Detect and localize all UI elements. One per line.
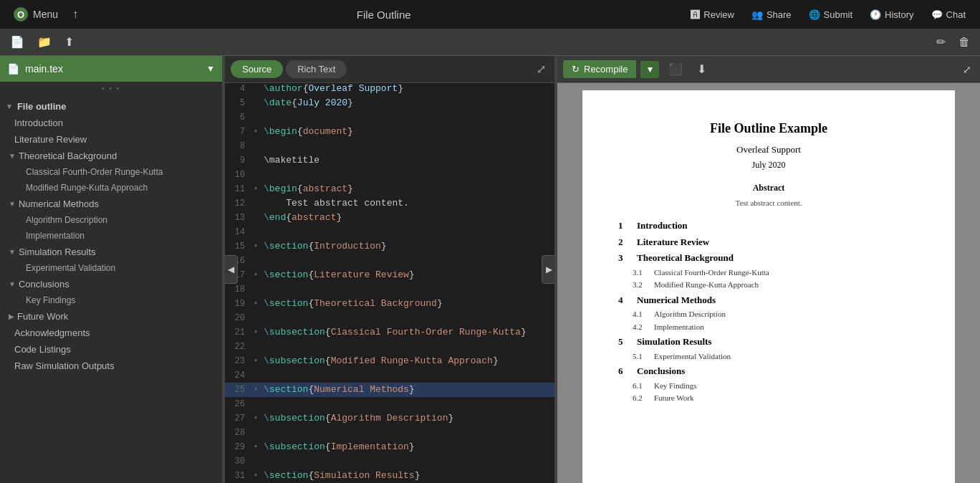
code-content: \section{Literature Review}: [261, 268, 554, 282]
recompile-button[interactable]: ↻ Recompile: [563, 60, 636, 78]
outline-section-simulation[interactable]: ▼ Simulation Results: [0, 244, 222, 260]
fold-arrow-icon[interactable]: ▾: [251, 239, 261, 254]
fold-arrow-icon[interactable]: ▾: [251, 383, 261, 397]
upload-nav-button[interactable]: ↑: [67, 5, 84, 24]
preview-content[interactable]: File Outline Example Overleaf Support Ju…: [557, 83, 980, 483]
new-folder-button[interactable]: 📁: [33, 32, 56, 52]
toc-section-label: Theoretical Background: [637, 251, 734, 265]
editor-collapse-right-button[interactable]: ▶: [542, 255, 554, 284]
fold-arrow-icon[interactable]: ▾: [251, 469, 261, 483]
line-number: 9: [225, 153, 251, 168]
fold-arrow-icon[interactable]: ▾: [251, 325, 261, 340]
fold-arrow-icon[interactable]: ▾: [251, 411, 261, 426]
outline-item-label: Code Listings: [14, 344, 71, 355]
code-content: \subsection{Modified Runge-Kutta Approac…: [261, 354, 554, 368]
paper-abstract-title: Abstract: [618, 181, 919, 194]
fold-arrow-icon[interactable]: ▾: [251, 182, 261, 196]
toc-main-entry: 3Theoretical Background: [618, 251, 919, 265]
outline-item-key-findings[interactable]: Key Findings: [0, 292, 222, 308]
fold-arrow-icon[interactable]: ▾: [251, 440, 261, 454]
line-number: 27: [225, 411, 251, 426]
toc-sub-number: 4.1: [633, 308, 650, 320]
editor-collapse-left-button[interactable]: ◀: [225, 255, 238, 284]
download-pdf-button[interactable]: ⬛: [663, 59, 688, 79]
share-button[interactable]: 👥 Share: [744, 6, 799, 24]
outline-section-future[interactable]: ▶ Future Work: [0, 308, 222, 325]
code-line: 20: [225, 311, 554, 325]
outline-item-experimental[interactable]: Experimental Validation: [0, 260, 222, 276]
toc-main-entry: 1Introduction: [618, 219, 919, 233]
fold-arrow-icon: [251, 311, 261, 325]
line-number: 15: [225, 239, 251, 254]
toc-sub-label: Key Findings: [654, 380, 697, 392]
code-content: \begin{document}: [261, 125, 554, 139]
code-line: 29▾\subsection{Implementation}: [225, 440, 554, 454]
paper-abstract-text: Test abstract content.: [618, 197, 919, 209]
outline-item-algorithm[interactable]: Algorithm Description: [0, 212, 222, 228]
line-number: 13: [225, 211, 251, 225]
fold-arrow-icon[interactable]: ▾: [251, 354, 261, 368]
outline-item-classical[interactable]: Classical Fourth-Order Runge-Kutta: [0, 164, 222, 180]
submit-button[interactable]: 🌐 Submit: [802, 6, 860, 24]
tab-source[interactable]: Source: [231, 60, 283, 78]
review-button[interactable]: 🅰 Review: [683, 6, 741, 24]
tab-richtext[interactable]: Rich Text: [286, 60, 347, 78]
outline-header-label: File outline: [17, 101, 67, 112]
fold-arrow-icon: [251, 426, 261, 440]
toc-sub-entry: 3.1Classical Fourth-Order Runge-Kutta: [633, 267, 919, 279]
outline-item-acknowledgments[interactable]: Acknowledgments: [0, 325, 222, 341]
editor-panel: Source Rich Text ⤢ ▶ ◀ 1\documentclass{a…: [225, 56, 554, 483]
history-button[interactable]: 🕐 History: [863, 6, 921, 24]
paper-toc: 1Introduction2Literature Review3Theoreti…: [618, 219, 919, 404]
upload-file-button[interactable]: ⬆: [60, 32, 78, 52]
edit-button[interactable]: ✏: [932, 32, 950, 52]
toc-section-number: 5: [618, 335, 633, 349]
toc-section: 3Theoretical Background3.1Classical Four…: [618, 251, 919, 291]
outline-item-introduction[interactable]: Introduction: [0, 115, 222, 131]
line-number: 21: [225, 325, 251, 340]
file-outline-section: ▼ File outline Introduction Literature R…: [0, 95, 222, 483]
chat-icon: 💬: [931, 9, 943, 20]
file-header[interactable]: 📄 main.tex ▼: [0, 56, 222, 82]
conclusions-collapse-icon: ▼: [9, 280, 16, 288]
line-number: 30: [225, 454, 251, 469]
code-editor[interactable]: 1\documentclass{article}23\title{File Ou…: [225, 83, 554, 483]
outline-item-implementation[interactable]: Implementation: [0, 228, 222, 244]
fold-arrow-icon[interactable]: ▾: [251, 125, 261, 139]
recompile-dropdown-button[interactable]: ▼: [640, 61, 659, 78]
outline-item-literature-review[interactable]: Literature Review: [0, 131, 222, 148]
code-content: [261, 168, 554, 182]
outline-item-label: Introduction: [14, 118, 63, 128]
future-collapse-icon: ▶: [9, 312, 14, 320]
line-number: 12: [225, 196, 251, 211]
preview-expand-button[interactable]: ⤢: [960, 61, 974, 78]
editor-expand-icon[interactable]: ⤢: [534, 59, 549, 79]
new-file-button[interactable]: 📄: [6, 32, 29, 52]
fold-arrow-icon[interactable]: ▾: [251, 268, 261, 282]
outline-item-code-listings[interactable]: Code Listings: [0, 341, 222, 358]
paper: File Outline Example Overleaf Support Ju…: [582, 90, 955, 483]
download-source-button[interactable]: ⬇: [692, 59, 711, 79]
menu-button[interactable]: O Menu: [7, 4, 64, 25]
line-number: 6: [225, 110, 251, 125]
recompile-label: Recompile: [584, 64, 628, 75]
line-number: 23: [225, 354, 251, 368]
upload-nav-icon: ↑: [72, 8, 78, 21]
outline-item-modified[interactable]: Modified Runge-Kutta Approach: [0, 180, 222, 196]
outline-section-theoretical[interactable]: ▼ Theoretical Background: [0, 148, 222, 164]
fold-arrow-icon[interactable]: ▾: [251, 297, 261, 311]
outline-section-numerical[interactable]: ▼ Numerical Methods: [0, 196, 222, 212]
code-line: 22: [225, 340, 554, 354]
code-content: [261, 225, 554, 239]
submit-label: Submit: [824, 9, 852, 20]
top-nav: O Menu ↑ File Outline 🅰 Review 👥 Share 🌐…: [0, 0, 980, 29]
history-icon: 🕐: [870, 9, 881, 20]
code-content: \section{Numerical Methods}: [261, 383, 554, 397]
chat-button[interactable]: 💬 Chat: [924, 6, 973, 24]
toc-section: 5Simulation Results5.1Experimental Valid…: [618, 335, 919, 362]
outline-header[interactable]: ▼ File outline: [0, 98, 222, 115]
outline-section-conclusions[interactable]: ▼ Conclusions: [0, 276, 222, 292]
toc-sub-label: Classical Fourth-Order Runge-Kutta: [654, 267, 769, 279]
delete-button[interactable]: 🗑: [954, 33, 974, 52]
outline-item-raw-simulation[interactable]: Raw Simulation Outputs: [0, 358, 222, 374]
